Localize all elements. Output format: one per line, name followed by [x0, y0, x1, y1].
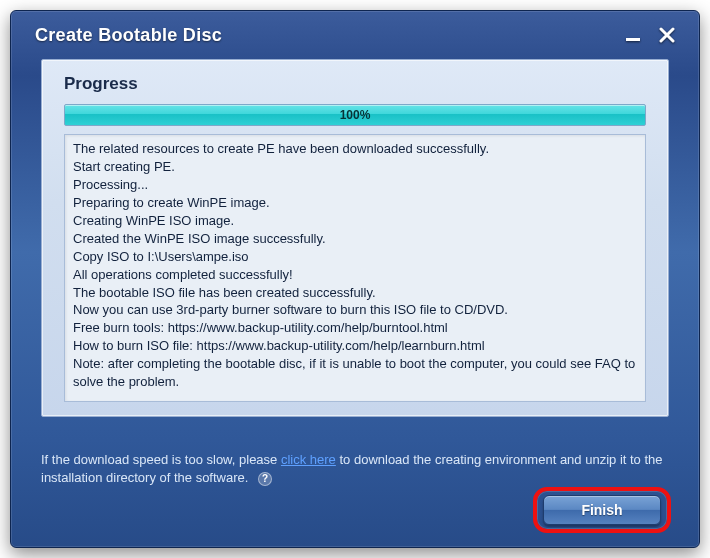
- log-line: Creating WinPE ISO image.: [73, 212, 637, 230]
- svg-rect-0: [626, 38, 640, 41]
- finish-button[interactable]: Finish: [543, 495, 661, 525]
- minimize-icon: [625, 27, 641, 43]
- close-icon: [659, 27, 675, 43]
- log-line: Now you can use 3rd-party burner softwar…: [73, 301, 637, 319]
- download-hint: If the download speed is too slow, pleas…: [41, 451, 669, 487]
- title-buttons: [623, 25, 677, 45]
- log-line: Copy ISO to I:\Users\ampe.iso: [73, 248, 637, 266]
- footer: Finish: [11, 487, 699, 547]
- close-button[interactable]: [657, 25, 677, 45]
- window-title: Create Bootable Disc: [35, 25, 222, 46]
- content-panel: Progress 100% The related resources to c…: [41, 59, 669, 417]
- dialog-window: Create Bootable Disc Progress 100% The r…: [10, 10, 700, 548]
- progress-heading: Progress: [64, 74, 646, 94]
- progress-percent: 100%: [340, 108, 371, 122]
- log-line: Preparing to create WinPE image.: [73, 194, 637, 212]
- hint-text-pre: If the download speed is too slow, pleas…: [41, 452, 281, 467]
- log-line: All operations completed successfully!: [73, 266, 637, 284]
- log-line: The related resources to create PE have …: [73, 140, 637, 158]
- log-line: How to burn ISO file: https://www.backup…: [73, 337, 637, 355]
- log-line: The bootable ISO file has been created s…: [73, 284, 637, 302]
- minimize-button[interactable]: [623, 25, 643, 45]
- log-output[interactable]: The related resources to create PE have …: [64, 134, 646, 402]
- title-bar: Create Bootable Disc: [11, 11, 699, 59]
- help-icon[interactable]: ?: [258, 472, 272, 486]
- log-line: Free burn tools: https://www.backup-util…: [73, 319, 637, 337]
- log-line: Start creating PE.: [73, 158, 637, 176]
- log-line: Note: after completing the bootable disc…: [73, 355, 637, 391]
- progress-bar: 100%: [64, 104, 646, 126]
- log-line: Processing...: [73, 176, 637, 194]
- log-line: Created the WinPE ISO image successfully…: [73, 230, 637, 248]
- click-here-link[interactable]: click here: [281, 452, 336, 467]
